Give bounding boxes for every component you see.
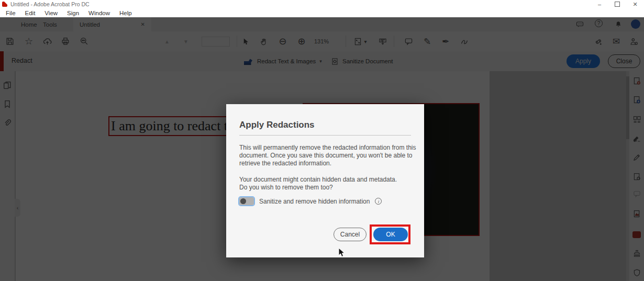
menu-edit[interactable]: Edit (20, 10, 40, 16)
window-title: Untitled - Adobe Acrobat Pro DC (10, 1, 591, 7)
dialog-warning-text: This will permanently remove the redacte… (239, 144, 418, 167)
acrobat-logo-icon (2, 2, 7, 7)
sanitize-toggle-switch[interactable] (239, 197, 254, 205)
metadata-line-2: Do you wish to remove them too? (239, 184, 333, 191)
dialog-metadata-text: Your document might contain hidden data … (239, 176, 418, 192)
minimize-button[interactable]: – (591, 1, 608, 8)
apply-redactions-dialog: Apply Redactions This will permanently r… (226, 104, 424, 257)
menu-window[interactable]: Window (84, 10, 115, 16)
dialog-title: Apply Redactions (239, 120, 315, 130)
info-icon[interactable]: i (375, 198, 382, 205)
toggle-knob (240, 198, 246, 204)
menu-sign[interactable]: Sign (62, 10, 84, 16)
maximize-button[interactable] (608, 1, 626, 8)
cancel-button[interactable]: Cancel (334, 228, 367, 241)
sanitize-toggle-label: Sanitize and remove hidden information (259, 198, 370, 205)
acrobat-window: Untitled - Adobe Acrobat Pro DC – ✕ File… (0, 0, 644, 281)
title-bar: Untitled - Adobe Acrobat Pro DC – ✕ (0, 0, 644, 8)
metadata-line-1: Your document might contain hidden data … (239, 176, 397, 183)
menu-file[interactable]: File (1, 10, 20, 16)
close-window-button[interactable]: ✕ (626, 1, 644, 8)
menu-view[interactable]: View (40, 10, 62, 16)
dialog-divider (239, 135, 411, 136)
sanitize-toggle-row: Sanitize and remove hidden information i (239, 197, 382, 205)
mouse-cursor (338, 248, 346, 258)
menu-help[interactable]: Help (115, 10, 137, 16)
maximize-icon (615, 2, 620, 7)
red-highlight-annotation (370, 224, 410, 244)
menu-bar: File Edit View Sign Window Help (0, 8, 644, 17)
